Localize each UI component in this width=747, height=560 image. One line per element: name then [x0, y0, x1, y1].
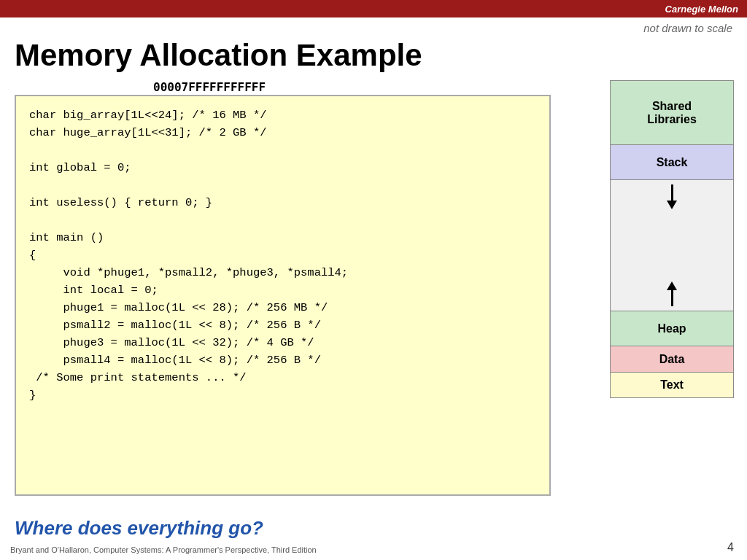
memory-diagram: SharedLibraries Stack Heap Data Text [610, 80, 734, 398]
stack-arrow-down [667, 184, 677, 209]
code-line-2: char huge_array[1L<<31]; /* 2 GB */ [29, 124, 536, 141]
code-line-6: int useless() { return 0; } [29, 194, 536, 211]
segment-stack: Stack [610, 144, 734, 179]
institution-label: Carnegie Mellon [665, 4, 738, 15]
bottom-question: Where does everything go? [15, 517, 263, 540]
code-line-9: { [29, 246, 536, 264]
arrow-head-up [667, 281, 677, 290]
segment-heap-label: Heap [657, 322, 686, 335]
segment-heap: Heap [610, 311, 734, 346]
code-line-5 [29, 176, 536, 194]
code-line-4: int global = 0; [29, 159, 536, 176]
hex-prefix: 00007 [153, 80, 188, 94]
segment-text: Text [610, 372, 734, 398]
code-line-16: /* Some print statements ... */ [29, 369, 536, 386]
code-line-7 [29, 211, 536, 229]
code-line-12: phuge1 = malloc(1L << 28); /* 256 MB */ [29, 299, 536, 316]
segment-stack-label: Stack [657, 156, 688, 169]
code-line-10: void *phuge1, *psmall2, *phuge3, *psmall… [29, 264, 536, 281]
segment-shared-libraries: SharedLibraries [610, 80, 734, 144]
page-number: 4 [727, 541, 734, 554]
segment-data-label: Data [659, 353, 685, 366]
heap-arrow-up [667, 281, 677, 306]
code-line-15: psmall4 = malloc(1L << 8); /* 256 B */ [29, 351, 536, 369]
top-bar: Carnegie Mellon [0, 0, 747, 18]
hex-suffix: FFFFFFFFFFF [188, 80, 266, 94]
segment-shared-libraries-label: SharedLibraries [647, 100, 697, 126]
code-line-14: phuge3 = malloc(1L << 32); /* 4 GB */ [29, 334, 536, 351]
code-line-3 [29, 141, 536, 159]
code-line-1: char big_array[1L<<24]; /* 16 MB */ [29, 106, 536, 124]
footer-citation: Bryant and O'Hallaron, Computer Systems:… [10, 545, 317, 554]
segment-data: Data [610, 346, 734, 372]
page-title: Memory Allocation Example [15, 38, 422, 73]
hex-address: 00007FFFFFFFFFFF [153, 80, 266, 94]
code-line-13: psmall2 = malloc(1L << 8); /* 256 B */ [29, 316, 536, 334]
arrow-head-down [667, 201, 677, 209]
segment-stack-space [610, 179, 734, 311]
code-line-17: } [29, 386, 536, 404]
not-to-scale-label: not drawn to scale [643, 22, 732, 34]
code-line-11: int local = 0; [29, 281, 536, 299]
segment-text-label: Text [660, 378, 684, 392]
code-line-8: int main () [29, 229, 536, 246]
arrow-shaft-down [671, 184, 673, 201]
arrow-shaft-up [671, 290, 673, 306]
code-box: char big_array[1L<<24]; /* 16 MB */ char… [15, 95, 551, 496]
